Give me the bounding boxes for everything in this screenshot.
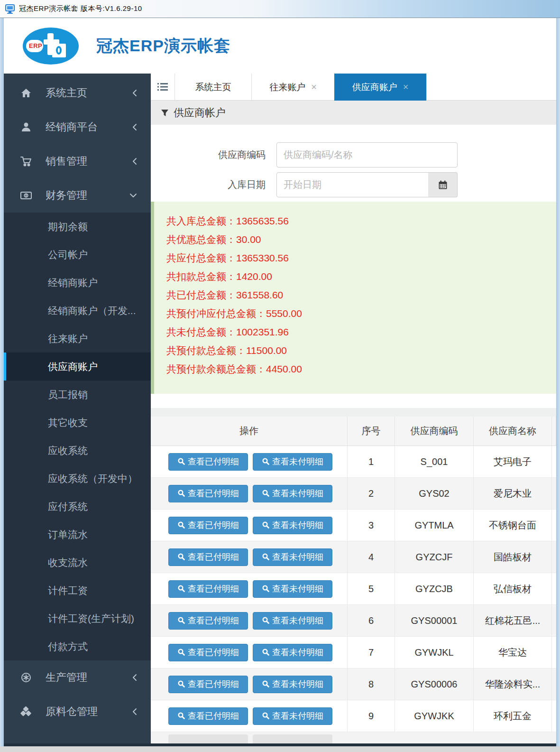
app-icon bbox=[5, 4, 15, 14]
view-paid-button[interactable]: 查看已付明细 bbox=[168, 548, 248, 566]
supplier-code-cell: GYZCJB bbox=[395, 573, 474, 604]
view-unpaid-button[interactable]: 查看未付明细 bbox=[253, 644, 332, 661]
column-header-name: 供应商名称 bbox=[474, 417, 552, 446]
sidebar-subitem[interactable]: 期初余额 bbox=[4, 213, 151, 241]
partial-next-row bbox=[151, 732, 556, 743]
sidebar-subitem[interactable]: 订单流水 bbox=[4, 520, 151, 548]
view-unpaid-button[interactable]: 查看未付明细 bbox=[253, 517, 332, 534]
sidebar-item-dealer-platform[interactable]: 经销商平台 bbox=[4, 110, 151, 144]
view-unpaid-button[interactable]: 查看未付明细 bbox=[253, 676, 332, 693]
supplier-code-cell: GYS02 bbox=[395, 478, 474, 509]
clipped-cell bbox=[552, 637, 556, 668]
chevron-left-icon bbox=[132, 157, 138, 166]
search-icon bbox=[262, 457, 270, 466]
view-paid-button[interactable]: 查看已付明细 bbox=[168, 485, 248, 502]
sidebar-subitem[interactable]: 经销商账户 bbox=[4, 269, 151, 297]
view-unpaid-button[interactable]: 查看未付明细 bbox=[253, 707, 332, 725]
sidebar-subitem[interactable]: 往来账户 bbox=[4, 325, 151, 353]
table-row: 查看已付明细 查看未付明细 5 GYZCJB 弘信板材 bbox=[151, 573, 556, 605]
view-unpaid-button[interactable]: 查看未付明细 bbox=[253, 485, 332, 502]
close-icon[interactable]: × bbox=[403, 82, 409, 93]
actions-cell: 查看已付明细 查看未付明细 bbox=[151, 700, 348, 732]
view-unpaid-button[interactable]: 查看未付明细 bbox=[253, 548, 332, 566]
start-date-input[interactable] bbox=[276, 172, 429, 197]
clipped-cell bbox=[552, 605, 556, 636]
seq-cell: 8 bbox=[348, 668, 395, 700]
tab-label: 系统主页 bbox=[195, 81, 231, 93]
supplier-code-cell: S_001 bbox=[395, 446, 474, 477]
table-row: 查看已付明细 查看未付明细 8 GYS00006 华隆涂料实... bbox=[151, 668, 556, 700]
tab-list-icon[interactable] bbox=[151, 74, 174, 100]
logo-o bbox=[56, 46, 62, 55]
table-row: 查看已付明细 查看未付明细 4 GYZCJF 国皓板材 bbox=[151, 541, 556, 573]
sidebar-subitem[interactable]: 计件工资(生产计划) bbox=[4, 604, 151, 632]
sidebar-subitem[interactable]: 其它收支 bbox=[4, 408, 151, 436]
sidebar-subitem[interactable]: 应付系统 bbox=[4, 492, 151, 520]
sidebar-item-system-home[interactable]: 系统主页 bbox=[4, 76, 151, 110]
ghost-button bbox=[253, 734, 332, 743]
panel-title: 供应商帐户 bbox=[174, 106, 226, 120]
sidebar-subitem[interactable]: 公司帐户 bbox=[4, 241, 151, 269]
column-header-clipped bbox=[552, 417, 556, 446]
actions-cell: 查看已付明细 查看未付明细 bbox=[151, 510, 348, 541]
sidebar-subitem-label: 经销商账户（开发... bbox=[48, 304, 136, 317]
seq-cell: 5 bbox=[348, 573, 395, 604]
calendar-button[interactable] bbox=[428, 172, 458, 197]
window-titlebar[interactable]: 冠杰ERP演示帐套 版本号:V1.6.29-10 bbox=[0, 0, 560, 18]
supplier-name-cell: 环利五金 bbox=[474, 700, 552, 732]
view-paid-button[interactable]: 查看已付明细 bbox=[168, 517, 248, 534]
sidebar-subitem-label: 往来账户 bbox=[48, 332, 88, 345]
sidebar-item-production-management[interactable]: 生产管理 bbox=[4, 660, 151, 695]
summary-line: 共未付总金额：1002351.96 bbox=[166, 323, 556, 341]
tab-supplier-account[interactable]: 供应商账户 × bbox=[334, 74, 427, 101]
sidebar-subitem-label: 期初余额 bbox=[48, 220, 88, 233]
supplier-code-input[interactable] bbox=[276, 142, 458, 167]
sidebar-subitem[interactable]: 收支流水 bbox=[4, 548, 151, 576]
actions-cell: 查看已付明细 查看未付明细 bbox=[151, 446, 348, 477]
seq-cell: 4 bbox=[348, 541, 395, 573]
desktop-area bbox=[0, 746, 560, 752]
sidebar-item-sales-management[interactable]: 销售管理 bbox=[4, 144, 151, 178]
tab-system-home[interactable]: 系统主页 bbox=[174, 74, 251, 101]
view-paid-button[interactable]: 查看已付明细 bbox=[168, 453, 248, 471]
sidebar-item-finance-management[interactable]: 财务管理 bbox=[4, 178, 151, 213]
sidebar-subitem-label: 应收系统（开发中） bbox=[48, 472, 138, 485]
sidebar-subitem-label: 其它收支 bbox=[48, 416, 88, 429]
sidebar-subitem[interactable]: 员工报销 bbox=[4, 381, 151, 408]
view-unpaid-button[interactable]: 查看未付明细 bbox=[253, 453, 332, 471]
search-icon bbox=[262, 712, 270, 720]
logo-erp-text: ERP bbox=[29, 42, 42, 49]
sidebar-item-label: 销售管理 bbox=[46, 154, 87, 168]
view-unpaid-button[interactable]: 查看未付明细 bbox=[253, 612, 332, 630]
tab-bar: 系统主页 往来账户 × 供应商账户 × bbox=[151, 74, 556, 101]
sidebar-subitem[interactable]: 计件工资 bbox=[4, 576, 151, 604]
search-icon bbox=[262, 680, 270, 688]
search-icon bbox=[177, 712, 186, 720]
sidebar-subitem[interactable]: 付款方式 bbox=[4, 632, 151, 660]
sidebar-subitem[interactable]: 供应商账户 bbox=[4, 353, 151, 381]
tab-current-account[interactable]: 往来账户 × bbox=[251, 74, 334, 101]
sidebar-item-label: 系统主页 bbox=[46, 86, 87, 100]
sidebar: 系统主页 经销商平台 销售管理 bbox=[4, 74, 151, 743]
clipped-cell bbox=[552, 478, 556, 509]
view-paid-button[interactable]: 查看已付明细 bbox=[168, 707, 248, 725]
logo-shape bbox=[52, 44, 66, 57]
panel-header: 供应商帐户 bbox=[151, 101, 556, 125]
sidebar-subitem-label: 员工报销 bbox=[48, 388, 88, 401]
sidebar-subitem[interactable]: 应收系统 bbox=[4, 436, 151, 464]
view-unpaid-button[interactable]: 查看未付明细 bbox=[253, 580, 332, 598]
view-paid-button[interactable]: 查看已付明细 bbox=[168, 676, 248, 693]
table-row: 查看已付明细 查看未付明细 9 GYWJKK 环利五金 bbox=[151, 700, 556, 732]
sidebar-subitem[interactable]: 应收系统（开发中） bbox=[4, 464, 151, 492]
view-paid-button[interactable]: 查看已付明细 bbox=[168, 580, 248, 598]
sidebar-subitem-label: 经销商账户 bbox=[48, 276, 98, 289]
sidebar-item-raw-material-warehouse[interactable]: 原料仓管理 bbox=[4, 695, 151, 729]
inbound-date-label: 入库日期 bbox=[151, 172, 266, 197]
sidebar-subitem[interactable]: 经销商账户（开发... bbox=[4, 297, 151, 325]
supplier-name-cell: 艾玛电子 bbox=[474, 446, 552, 477]
close-icon[interactable]: × bbox=[311, 82, 317, 93]
summary-panel: 共入库总金额：1365635.56 共优惠总金额：30.00 共应付总金额：13… bbox=[151, 202, 556, 394]
view-paid-button[interactable]: 查看已付明细 bbox=[168, 612, 248, 630]
view-paid-button[interactable]: 查看已付明细 bbox=[168, 644, 248, 661]
table-header: 操作 序号 供应商编码 供应商名称 bbox=[151, 417, 556, 446]
